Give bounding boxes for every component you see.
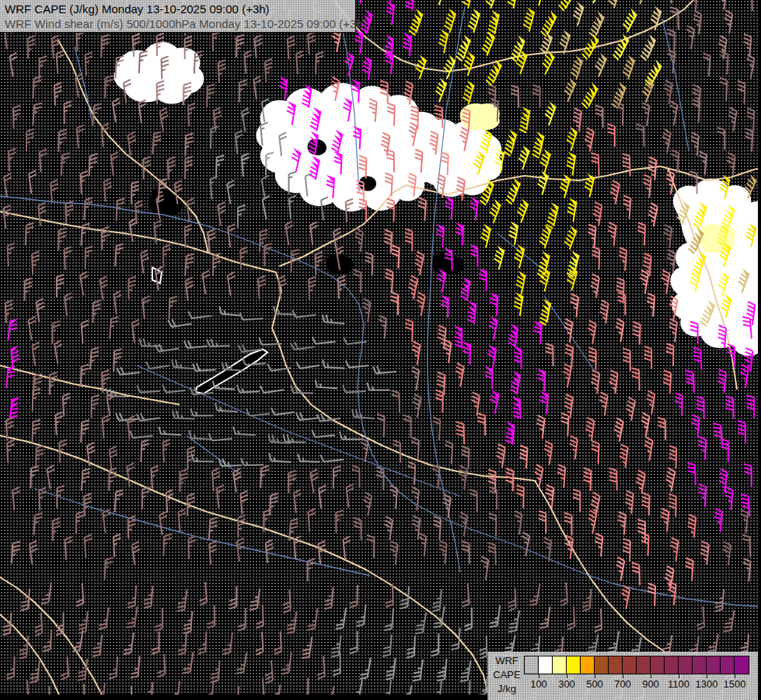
wind-barb [592,247,600,269]
wind-barb [508,611,519,632]
wind-barb [340,432,362,439]
wind-barb [240,313,264,320]
wind-barb [697,607,705,630]
wind-barb [539,511,546,534]
wind-barb [101,35,109,58]
wind-barb [522,532,529,555]
legend-colorbar [524,656,749,674]
wind-barb [595,106,603,128]
wind-barb [435,390,443,412]
wind-barb [644,347,652,369]
wind-barb [741,495,749,517]
wind-barb [30,661,40,683]
wind-barb [644,175,651,198]
wind-barb [723,542,731,565]
wind-barb [588,320,596,344]
wind-barb [59,440,67,464]
wind-barb [400,586,409,608]
wind-barb [137,413,160,421]
wind-barb [403,415,411,438]
wind-barb [439,541,447,564]
wind-barb [640,270,648,293]
wind-barb [609,370,618,394]
wind-barb [529,584,540,605]
wind-barb [647,293,655,317]
wind-barb [718,0,726,10]
wind-barb [699,437,707,460]
wind-barb [319,485,326,509]
wind-barb [567,607,575,630]
wind-barb [110,446,117,470]
wind-barb [53,518,61,541]
wind-barb [336,607,347,628]
wind-barb [57,51,65,74]
wind-barb [354,518,361,541]
wind-barb [376,467,384,490]
wind-barb [460,660,471,681]
wind-barb [433,516,441,540]
wind-barb [333,466,341,488]
wind-barb [544,441,553,464]
wind-barb [43,629,51,652]
wind-barb [111,152,119,176]
wind-barb [641,413,650,436]
wind-barb [392,390,400,413]
wind-barb [584,468,592,492]
wind-barb [620,444,628,467]
wind-barb [242,108,250,131]
wind-barb [320,455,344,462]
wind-barb [373,366,396,374]
wind-barb [714,423,723,445]
wind-barb [384,608,393,630]
wind-barb [724,10,733,33]
wind-barb [32,342,40,366]
wind-barb [200,582,208,605]
wind-barb [238,205,246,228]
wind-barb [642,493,650,516]
wind-barb [361,439,368,462]
legend-color-cell [609,656,623,674]
wind-barb [294,490,302,513]
wind-barb [511,86,518,108]
wind-barb [669,319,677,342]
wind-barb [336,510,344,533]
wind-barb [407,635,415,658]
wind-barb [144,586,153,607]
wind-barb [183,652,194,673]
wind-barb [470,489,477,512]
wind-barb [365,253,373,275]
wind-barb [724,611,735,632]
wind-barb [417,292,425,316]
wind-barb [12,487,20,510]
cape-legend-panel: WRF CAPE J/kg 10030050070090011001300150… [487,652,758,700]
legend-tick-label: 300 [558,678,575,690]
wind-barb [742,535,750,558]
wind-barb [5,300,13,323]
wind-barb [391,292,399,315]
wind-barb [110,317,119,339]
wind-barb [431,634,439,656]
wind-barb [103,415,110,439]
wind-barb [208,605,215,628]
wind-barb [26,129,34,152]
wind-barb [663,370,671,394]
wind-barb [250,588,260,610]
wind-barb [236,538,244,562]
wind-barb [40,56,47,79]
wind-barb [142,487,150,509]
wind-barb [207,339,229,347]
wind-barb [600,300,609,324]
wind-barb [323,359,345,368]
wind-barb [193,363,216,371]
wind-barb [298,454,320,462]
wind-barb [607,124,615,146]
wind-barb [609,468,617,491]
wind-barb [658,418,665,440]
wind-barb [65,101,72,124]
wind-barb [591,153,599,176]
wind-barb [256,632,264,655]
wind-barb [296,412,319,420]
wind-barb [438,326,446,349]
wind-barb [81,224,89,247]
wind-barb [258,276,266,299]
